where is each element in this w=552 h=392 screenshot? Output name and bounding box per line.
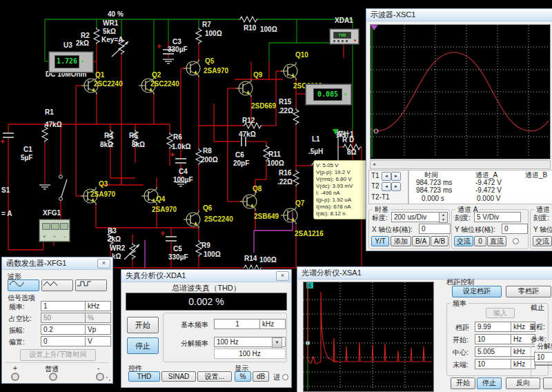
center-freq-input[interactable]: 5.005 (475, 346, 512, 357)
plus-terminal[interactable] (11, 373, 19, 381)
channel-a-zero-button[interactable]: 0 (474, 236, 486, 246)
duty-cycle-input[interactable]: 50 (41, 313, 86, 323)
channel-a-scale-input[interactable]: 5 V/Div (474, 212, 521, 222)
schematic-label: 8Ω (347, 148, 357, 156)
spectrum-graph: 1 (303, 282, 434, 392)
schematic-label: Q1 (95, 71, 104, 79)
spectrum-show-button[interactable]: 显示 (543, 378, 552, 389)
frequency-input[interactable]: 1 (41, 301, 86, 311)
schematic-label: 40 % (108, 10, 124, 18)
multimeter-output[interactable]: 0.085 (306, 84, 351, 105)
common-terminal[interactable] (49, 373, 57, 381)
schematic-label: WR1 (103, 19, 118, 27)
spectrum-start-button[interactable]: 开始 (451, 378, 475, 389)
sine-wave-button[interactable] (8, 280, 39, 291)
square-wave-button[interactable] (75, 280, 107, 291)
schematic-label: Q6 (203, 204, 212, 212)
schematic-label: 200Ω (201, 156, 218, 164)
end-freq-input[interactable]: 10 (475, 359, 512, 369)
function-generator-titlebar[interactable]: 函数发生器-XFG1 (2, 257, 112, 270)
amplitude-unit[interactable]: Vp (85, 324, 111, 335)
xda1-icon-display: THD (333, 32, 351, 39)
triangle-wave-button[interactable] (41, 280, 73, 291)
timebase-scale-input[interactable]: 200 us/Div (391, 212, 440, 222)
schematic-label: 2SB649 (254, 213, 279, 220)
fundamental-frequency-unit[interactable]: kHz (259, 319, 286, 329)
t1-left-arrow-button[interactable]: ◄ (382, 172, 391, 181)
channel-a-dc-button[interactable]: 直流 (487, 236, 506, 246)
spectrum-reverse-button[interactable]: 反向 (506, 378, 540, 389)
scope-readout-table: 时间 通道_A 通道_B 984.723 ms -9.472 V 984.723… (408, 170, 552, 204)
thd-button[interactable]: THD (128, 371, 160, 382)
span-input[interactable]: 9.99 (475, 322, 512, 332)
frequency-unit[interactable]: kHz (85, 301, 111, 311)
multisim-workspace: 40 %WR15kΩKey=AR22kΩU3DC 10MOhmQ12SC2240… (0, 0, 552, 392)
enter-button[interactable]: 输入 (486, 308, 515, 318)
multimeter-u3[interactable]: 1.726 (49, 52, 93, 72)
t2-left-arrow-button[interactable]: ◄ (382, 182, 391, 191)
resolution-input[interactable]: 10 (534, 352, 552, 362)
amplitude-input[interactable]: 0.2 (41, 324, 86, 335)
multimeter-output-display: 0.085 (313, 88, 342, 101)
schematic-label: .5µH (308, 148, 323, 155)
xfg1-instrument-icon[interactable]: +~- (39, 219, 70, 242)
set-span-button[interactable]: 设定档距 (452, 286, 502, 297)
schematic-label: C6 (235, 151, 244, 159)
settings-button[interactable]: 设置... (197, 371, 232, 382)
oscilloscope-titlebar[interactable]: 示波器-XSC1 (366, 9, 552, 21)
schematic-label: Q5 (205, 57, 214, 65)
percent-button[interactable]: % (235, 371, 251, 382)
amplitude-group-label: 截止 (531, 303, 544, 313)
spectrum-stop-button[interactable]: 停止 (477, 378, 502, 389)
scroll-left-icon[interactable]: ◄ (372, 161, 376, 168)
dt-channel-a: 0.000 V (477, 195, 500, 202)
scope-mode-ab-button[interactable]: A/B (431, 236, 448, 246)
scope-mode-add-button[interactable]: 添加 (391, 236, 411, 246)
schematic-label: kΩ (112, 253, 121, 260)
schematic-label: Q3 (99, 180, 108, 188)
rise-fall-time-button[interactable]: 设置上升/下降时间 (20, 349, 96, 361)
dropdown-arrow-icon[interactable]: ▼ (272, 337, 282, 348)
schematic-label: .22Ω (277, 178, 293, 186)
schematic-label: R11 (268, 150, 281, 158)
stop-button[interactable]: 停止 (127, 337, 159, 354)
schematic-label: Q8 (253, 185, 262, 193)
timebase-scale-spinner[interactable]: ▲▼ (439, 212, 448, 223)
timebase-xpos-input[interactable]: 0 (419, 224, 451, 234)
channel-b-ac-button[interactable]: 交流 (533, 236, 552, 246)
close-icon[interactable]: × (97, 259, 110, 268)
distortion-analyzer-titlebar[interactable]: 失真分析仪-XDA1 (121, 270, 291, 282)
sinad-button[interactable]: SINAD (161, 371, 196, 382)
channel-a-ypos-input[interactable]: 0 (502, 224, 528, 234)
zero-span-button[interactable]: 零档距 (506, 286, 551, 297)
xda1-instrument-icon[interactable]: THD (330, 29, 359, 44)
start-button[interactable]: 开始 (127, 317, 159, 333)
minus-terminal[interactable] (96, 373, 104, 381)
schematic-label: 330µF (168, 46, 188, 53)
oscilloscope-title: 示波器-XSC1 (371, 10, 415, 20)
close-icon[interactable]: × (276, 271, 289, 281)
sine-icon (8, 280, 25, 287)
function-generator-title: 函数发生器-XFG1 (6, 258, 66, 268)
scope-mode-yt-button[interactable]: Y/T (371, 236, 389, 246)
t1-right-arrow-button[interactable]: ► (391, 172, 401, 181)
end-freq-label: 末端: (453, 360, 469, 370)
resize-grip[interactable] (106, 376, 111, 382)
scope-mode-ba-button[interactable]: B/A (412, 236, 430, 246)
schematic-label: = A (1, 210, 12, 217)
offset-unit[interactable]: V (85, 336, 111, 346)
channel-a-ac-button[interactable]: 交流 (454, 236, 473, 246)
fundamental-frequency-input[interactable]: 1 (214, 319, 261, 329)
terminal-plus-label: + (13, 364, 17, 372)
db-button[interactable]: dB (253, 371, 269, 382)
spectrum-analyzer-window: 光谱分析仪-XSA1 1 档距控制 设定档距 零档距 频率 输入 档距 9.99… (297, 266, 552, 392)
schematic-label: 2SA970 (90, 190, 115, 198)
spectrum-analyzer-titlebar[interactable]: 光谱分析仪-XSA1 (297, 267, 552, 280)
input-terminal[interactable] (282, 374, 288, 380)
center-freq-label: 中心: (453, 348, 469, 357)
scope-scrollbar[interactable]: ◄ (370, 160, 551, 169)
start-freq-input[interactable]: 10 (475, 334, 512, 344)
t2-right-arrow-button[interactable]: ► (391, 182, 401, 191)
offset-input[interactable]: 0 (41, 336, 86, 346)
channel-a-radio[interactable] (513, 238, 519, 244)
